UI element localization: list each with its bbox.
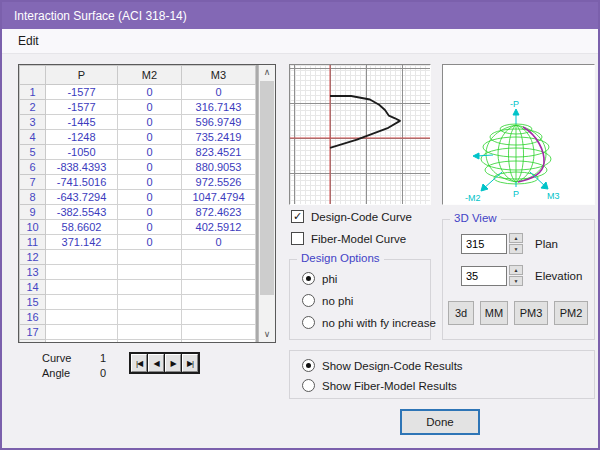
done-button[interactable]: Done (400, 409, 480, 435)
row-number-cell[interactable]: 10 (20, 220, 46, 235)
radio-phi[interactable]: phi (302, 272, 430, 285)
data-cell[interactable] (46, 280, 118, 295)
scroll-up-icon[interactable]: ∧ (259, 65, 275, 80)
data-cell[interactable]: -1050 (46, 145, 118, 160)
data-cell[interactable]: 0 (118, 115, 182, 130)
data-cell[interactable] (118, 325, 182, 340)
column-header-m2[interactable]: M2 (118, 66, 182, 85)
view-3d-button[interactable]: 3d (448, 301, 474, 325)
radio-show-design-code-results[interactable]: Show Design-Code Results (302, 359, 594, 372)
elevation-spin-up-icon[interactable]: ▲ (509, 265, 523, 275)
data-cell[interactable]: 0 (118, 145, 182, 160)
row-number-cell[interactable]: 13 (20, 265, 46, 280)
checkbox-fiber-model-curve[interactable]: Fiber-Model Curve (291, 232, 441, 245)
data-cell[interactable]: 58.6602 (46, 220, 118, 235)
view-pm3-button[interactable]: PM3 (514, 301, 548, 325)
row-number-cell[interactable]: 1 (20, 85, 46, 100)
nav-first-button[interactable]: |◀ (131, 354, 147, 372)
row-number-cell[interactable]: 12 (20, 250, 46, 265)
menu-edit[interactable]: Edit (2, 31, 49, 51)
column-header-rownum[interactable] (20, 66, 46, 85)
data-cell[interactable]: -741.5016 (46, 175, 118, 190)
data-cell[interactable]: 872.4623 (182, 205, 256, 220)
data-cell[interactable]: 0 (118, 190, 182, 205)
data-cell[interactable] (182, 340, 256, 344)
data-cell[interactable]: 596.9749 (182, 115, 256, 130)
radio-no-phi[interactable]: no phi (302, 294, 430, 307)
row-number-cell[interactable]: 15 (20, 295, 46, 310)
row-number-cell[interactable]: 5 (20, 145, 46, 160)
data-cell[interactable] (46, 310, 118, 325)
data-cell[interactable]: 0 (118, 175, 182, 190)
data-cell[interactable]: -643.7294 (46, 190, 118, 205)
data-cell[interactable] (46, 265, 118, 280)
row-number-cell[interactable]: 17 (20, 325, 46, 340)
row-number-cell[interactable]: 7 (20, 175, 46, 190)
plan-spin-down-icon[interactable]: ▼ (509, 244, 523, 254)
column-header-m3[interactable]: M3 (182, 66, 256, 85)
data-cell[interactable]: 0 (118, 85, 182, 100)
data-cell[interactable]: 402.5912 (182, 220, 256, 235)
checkbox-design-code-curve[interactable]: ✓Design-Code Curve (291, 210, 441, 223)
data-cell[interactable]: 316.7143 (182, 100, 256, 115)
data-cell[interactable]: -838.4393 (46, 160, 118, 175)
radio-show-fiber-model-results[interactable]: Show Fiber-Model Results (302, 379, 594, 392)
row-number-cell[interactable]: 11 (20, 235, 46, 250)
data-cell[interactable]: 0 (118, 160, 182, 175)
row-number-cell[interactable]: 2 (20, 100, 46, 115)
data-cell[interactable]: 0 (182, 235, 256, 250)
data-cell[interactable] (118, 310, 182, 325)
row-number-cell[interactable]: 14 (20, 280, 46, 295)
elevation-spin-down-icon[interactable]: ▼ (509, 276, 523, 286)
nav-previous-button[interactable]: ◀ (148, 354, 164, 372)
data-cell[interactable]: 735.2419 (182, 130, 256, 145)
data-cell[interactable]: 0 (118, 235, 182, 250)
row-number-cell[interactable]: 8 (20, 190, 46, 205)
interaction-curve-plot[interactable] (289, 64, 431, 205)
nav-next-button[interactable]: ▶ (165, 354, 181, 372)
data-cell[interactable] (118, 295, 182, 310)
data-cell[interactable]: 0 (118, 220, 182, 235)
data-cell[interactable] (118, 280, 182, 295)
data-cell[interactable]: 0 (118, 205, 182, 220)
row-number-cell[interactable]: 9 (20, 205, 46, 220)
data-cell[interactable] (182, 250, 256, 265)
view-pm2-button[interactable]: PM2 (554, 301, 588, 325)
row-number-cell[interactable]: 18 (20, 340, 46, 344)
scroll-down-icon[interactable]: ∨ (259, 327, 275, 342)
data-cell[interactable] (182, 265, 256, 280)
data-cell[interactable] (182, 310, 256, 325)
title-bar[interactable]: Interaction Surface (ACI 318-14) (2, 2, 598, 29)
row-number-cell[interactable]: 16 (20, 310, 46, 325)
data-cell[interactable]: 371.142 (46, 235, 118, 250)
data-cell[interactable]: 972.5526 (182, 175, 256, 190)
radio-no-phi-with-fy-increase[interactable]: no phi with fy increase (302, 316, 430, 329)
data-cell[interactable]: 0 (118, 100, 182, 115)
row-number-cell[interactable]: 4 (20, 130, 46, 145)
data-cell[interactable]: 0 (182, 85, 256, 100)
data-cell[interactable] (118, 250, 182, 265)
data-cell[interactable] (46, 340, 118, 344)
data-cell[interactable] (182, 325, 256, 340)
data-cell[interactable]: 1047.4794 (182, 190, 256, 205)
data-cell[interactable] (46, 250, 118, 265)
column-header-p[interactable]: P (46, 66, 118, 85)
data-cell[interactable] (182, 280, 256, 295)
elevation-angle-input[interactable] (461, 266, 507, 286)
data-cell[interactable]: -1577 (46, 85, 118, 100)
data-cell[interactable] (118, 265, 182, 280)
surface-3d-view[interactable]: -P P -M2 M3 (442, 64, 595, 205)
data-cell[interactable]: 0 (118, 130, 182, 145)
data-cell[interactable]: 880.9053 (182, 160, 256, 175)
data-cell[interactable] (46, 295, 118, 310)
data-cell[interactable]: -1445 (46, 115, 118, 130)
interaction-table[interactable]: PM2M3 1-1577002-15770316.71433-14450596.… (19, 65, 256, 343)
data-cell[interactable] (118, 340, 182, 344)
view-mm-button[interactable]: MM (480, 301, 508, 325)
data-cell[interactable] (182, 295, 256, 310)
data-cell[interactable]: -382.5543 (46, 205, 118, 220)
data-cell[interactable]: -1577 (46, 100, 118, 115)
plan-spin-up-icon[interactable]: ▲ (509, 233, 523, 243)
row-number-cell[interactable]: 6 (20, 160, 46, 175)
plan-angle-input[interactable] (461, 234, 507, 254)
